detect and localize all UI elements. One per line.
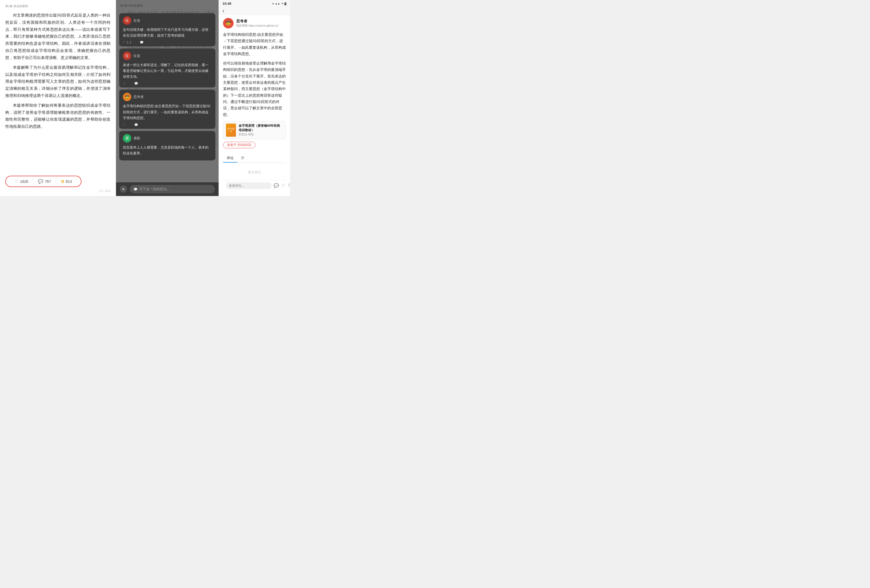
paragraph-3: 本篇将帮助你了解如何将要表达的思想组织成金字塔结构，说明了使用金字塔原理能够检查… [5,102,110,130]
like-action-2[interactable]: ♡ [123,82,126,85]
avatar-1: 征 [123,16,131,25]
heart-icon-bottom[interactable]: ♡ [282,183,285,188]
breadcrumb-1: 第1篇 表达的逻辑 [5,4,110,8]
comment-input-bar: ✕ 💬 写下这一刻的想法... [116,182,219,196]
article-detail-panel: 10:48 ● ▲▲ ✦ ▓ ‹ 🤠 思考者 我的博客:https://syke… [219,0,290,196]
comment-icon-input: 💬 [133,187,138,191]
comment-placeholder: 写下这一刻的想法... [139,187,170,192]
share-icon-bottom[interactable]: ⤴ [288,183,290,188]
comment-text-4: 其实基本上人人都需要，尤其是职场的每一个人。基本的职业化素养。 [123,145,212,156]
comment-icon: 💬 [38,179,43,184]
book-card[interactable]: 金字塔原理 金字塔原理（麦肯锡40年经典培训教材） 芭芭拉·明托 [223,121,286,139]
author-name: 思考者 [236,19,279,24]
like-action-1[interactable]: ♡ 11 [123,40,131,44]
comment-text-3: 金字塔结构组织思想:由主要思想开始→下层思想通过疑问/回答的方式，进行展开。→如… [123,103,212,121]
signal-icon: ▲▲ [275,2,280,5]
share-button[interactable]: ✿ 813 [56,178,77,185]
user-row-4: 龚 龚毅 [123,134,212,143]
comment-card-1: 征 征途 这句话很关键，给我指明了不光只是学习沟通方面，还有在生活处理琐事方面，… [119,13,215,46]
wifi-icon: ✦ [281,2,283,5]
author-blog[interactable]: 我的博客:https://sykent.github.io/ [236,24,279,28]
comment-button[interactable]: 💬 767 [33,178,56,185]
share-icon: ✿ [61,179,64,184]
comments-panel: 第1篇 表达的逻辑 类的一种自然反应，没有国籍和民族的区别。人类还有一个共同的特… [116,0,219,196]
book-title: 金字塔原理（麦肯锡40年经典培训教材） [238,123,283,132]
action-row: ♡ 1626 💬 767 ✿ 813 [5,176,82,187]
author-info: 思考者 我的博客:https://sykent.github.io/ [236,19,279,28]
username-3: 思考者 [133,95,144,99]
author-row: 🤠 思考者 我的博客:https://sykent.github.io/ [223,18,286,28]
like-action-3[interactable]: ♡ [123,123,126,127]
user-row-3: 🤠 思考者 [123,93,212,101]
reply-action-1[interactable]: 💬 [140,40,144,44]
tabs-row: 评论 赞 [223,154,286,163]
avatar-2: 征 [123,52,131,60]
battery-icon: ● [272,2,274,5]
reading-panel: 第1篇 表达的逻辑 对文章阐述的思想作出疑问/回答式反应是人类的一种自然反应，没… [0,0,116,196]
author-avatar: 🤠 [223,18,234,28]
like-button[interactable]: ♡ 1626 [10,178,33,185]
article-main-text: 金字塔结构组织思想:由主要思想开始→下层思想通过疑问/回答的方式，进行展开。→如… [223,32,286,57]
comment-actions-2: ♡ 💬 [123,82,212,85]
book-cover: 金字塔原理 [226,123,236,137]
like-count: 1626 [20,180,28,184]
book-cover-text: 金字塔原理 [226,127,236,134]
date-badge: 发表于 2018/3/31 [223,142,255,148]
username-1: 征途 [133,18,140,23]
close-button[interactable]: ✕ [120,186,127,193]
bottom-bar: ♡ 1626 💬 767 ✿ 813 17 / 414 [5,173,110,193]
comment-input-row: 💬 ♡ ⤴ [223,180,286,191]
status-bar: 10:48 ● ▲▲ ✦ ▓ [219,0,290,7]
heart-icon: ♡ [15,179,18,184]
user-row-1: 征 征途 [123,16,212,25]
book-author: 芭芭拉·明托 [238,132,283,137]
reply-action-3[interactable]: 💬 [134,123,138,127]
tab-likes[interactable]: 赞 [237,154,248,163]
status-time: 10:48 [222,1,231,6]
overlay: 征 征途 这句话很关键，给我指明了不光只是学习沟通方面，还有在生活处理琐事方面，… [116,0,219,196]
comment-input-area[interactable]: 💬 写下这一刻的想法... [130,185,215,193]
article-body: 🤠 思考者 我的博客:https://sykent.github.io/ 金字塔… [219,15,290,196]
book-content: 对文章阐述的思想作出疑问/回答式反应是人类的一种自然反应，没有国籍和民族的区别。… [5,12,110,169]
comment-input-field[interactable] [226,182,271,189]
battery-full-icon: ▓ [285,2,286,5]
comment-card-3: 🤠 思考者 金字塔结构组织思想:由主要思想开始→下层思想通过疑问/回答的方式，进… [119,89,215,129]
username-4: 龚毅 [133,136,140,141]
comment-card-4: 龚 龚毅 其实基本上人人都需要，尤其是职场的每一个人。基本的职业化素养。 [119,131,215,160]
reply-icon[interactable]: 💬 [274,183,279,188]
reply-action-2[interactable]: 💬 [134,82,138,85]
user-row-2: 征 征途 [123,52,212,60]
back-button[interactable]: ‹ [222,7,224,14]
book-info: 金字塔原理（麦肯锡40年经典培训教材） 芭芭拉·明托 [238,123,283,137]
tab-comments[interactable]: 评论 [223,154,237,163]
comment-actions-3: ♡ 💬 [123,123,212,127]
comment-text-2: 表述一些让大家听进去，理解了，记住的东西很难，看一看是否能够让受众心头一震，引起… [123,62,212,80]
username-2: 征途 [133,53,140,58]
no-comment: 暂无评论 [223,165,286,180]
comment-actions-1: ♡ 11 💬 [123,40,212,44]
page-number: 17 / 414 [5,189,110,193]
comment-count: 767 [45,180,51,184]
nav-bar: ‹ [219,7,290,15]
paragraph-2: 本篇解释了为什么受众最容易理解和记住金字塔结构，以及组成金字塔的子结构之间如何互… [5,64,110,99]
bottom-icons: 💬 ♡ ⤴ [274,183,290,188]
avatar-4: 龚 [123,134,131,143]
avatar-3: 🤠 [123,93,131,101]
status-icons: ● ▲▲ ✦ ▓ [272,2,286,5]
article-sub-text: 你可以很容易地使受众理解用金字塔结构组织的思想：先从金字塔的最顶端开始，沿各个分… [223,60,286,118]
comment-text-1: 这句话很关键，给我指明了不光只是学习沟通方面，还有在生活处理琐事方面，提供了思考… [123,27,212,39]
share-count: 813 [66,180,72,184]
comment-card-2: 征 征途 表述一些让大家听进去，理解了，记住的东西很难，看一看是否能够让受众心头… [119,49,215,88]
paragraph-1: 对文章阐述的思想作出疑问/回答式反应是人类的一种自然反应，没有国籍和民族的区别。… [5,12,110,61]
